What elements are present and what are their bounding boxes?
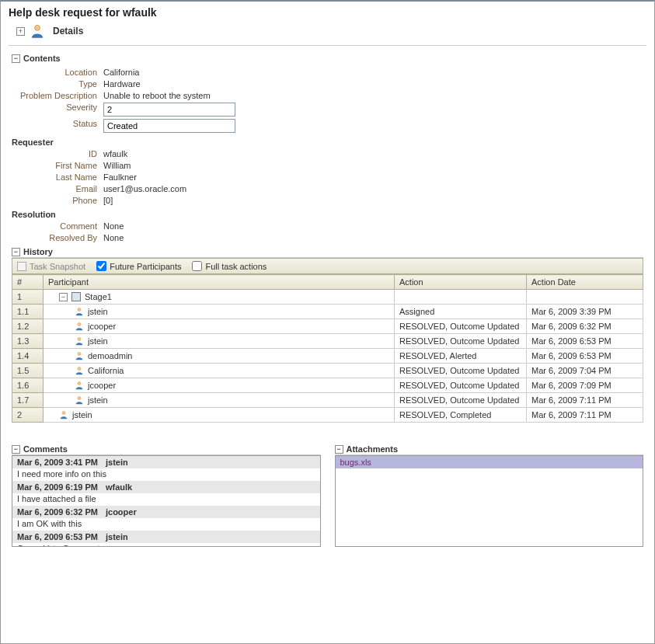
person-icon	[75, 381, 84, 390]
contents-header: − Contents	[12, 54, 643, 63]
table-row[interactable]: 2jsteinRESOLVED, CompletedMar 6, 2009 7:…	[12, 408, 643, 423]
action-cell	[395, 290, 527, 305]
id-value: wfaulk	[103, 149, 643, 158]
table-row[interactable]: 1.7jsteinRESOLVED, Outcome UpdatedMar 6,…	[12, 393, 643, 408]
participant-name: jstein	[88, 395, 108, 405]
task-snapshot-button[interactable]: Task Snapshot	[17, 262, 85, 271]
first-name-label: First Name	[12, 161, 97, 170]
person-icon	[75, 395, 84, 405]
comment-label: Comment	[12, 221, 97, 231]
attachments-section: − Attachments bugs.xls	[335, 444, 644, 547]
table-row[interactable]: 1.6jcooperRESOLVED, Outcome UpdatedMar 6…	[12, 378, 643, 393]
task-snapshot-label: Task Snapshot	[30, 262, 85, 271]
comment-body: I need more info on this	[12, 468, 320, 481]
participant-cell: jstein	[44, 334, 395, 349]
participant-cell: jstein	[44, 408, 395, 423]
comments-scroll[interactable]: Mar 6, 2009 3:41 PMjsteinI need more inf…	[12, 456, 320, 546]
comment-date: Mar 6, 2009 3:41 PM	[17, 458, 98, 467]
comment-header: Mar 6, 2009 3:41 PMjstein	[12, 456, 320, 468]
last-name-label: Last Name	[12, 172, 97, 182]
table-row[interactable]: 1.4demoadminRESOLVED, AlertedMar 6, 2009…	[12, 349, 643, 364]
participant-name: jcooper	[88, 322, 116, 331]
future-participants-check[interactable]: Future Participants	[96, 261, 181, 271]
comment-user: jstein	[106, 532, 128, 541]
problem-label: Problem Description	[12, 91, 97, 100]
attachments-box: bugs.xls	[335, 455, 644, 547]
row-number: 1	[12, 290, 44, 305]
action-cell: RESOLVED, Alerted	[395, 349, 527, 364]
comments-header: − Comments	[12, 444, 321, 455]
history-collapse-toggle[interactable]: −	[12, 248, 20, 256]
attachments-collapse-toggle[interactable]: −	[335, 445, 343, 454]
row-number: 1.1	[12, 305, 44, 319]
comment-header: Mar 6, 2009 6:32 PMjcooper	[12, 506, 320, 518]
participant-cell: jstein	[44, 305, 395, 319]
attachments-header-label: Attachments	[347, 444, 399, 454]
history-table: # Participant Action Action Date 1−Stage…	[12, 274, 643, 423]
comments-collapse-toggle[interactable]: −	[12, 445, 20, 454]
comment-body: Group Vote Comment	[12, 543, 320, 546]
action-cell: RESOLVED, Outcome Updated	[395, 364, 527, 378]
participant-cell: jcooper	[44, 319, 395, 334]
details-label: Details	[53, 26, 83, 37]
attachment-item[interactable]: bugs.xls	[336, 456, 643, 468]
details-expand-toggle[interactable]: +	[16, 27, 25, 36]
stage-collapse-toggle[interactable]: −	[59, 293, 68, 301]
history-toolbar: Task Snapshot Future Participants Full t…	[12, 258, 643, 274]
person-icon	[75, 307, 84, 316]
full-task-actions-check[interactable]: Full task actions	[192, 261, 267, 271]
future-participants-checkbox[interactable]	[96, 261, 106, 271]
participant-cell: California	[44, 364, 395, 378]
comment-date: Mar 6, 2009 6:19 PM	[17, 482, 98, 492]
action-date-cell: Mar 6, 2009 6:32 PM	[527, 319, 643, 334]
action-date-cell: Mar 6, 2009 7:11 PM	[527, 408, 643, 423]
table-row[interactable]: 1.1jsteinAssignedMar 6, 2009 3:39 PM	[12, 305, 643, 319]
table-row[interactable]: 1.5CaliforniaRESOLVED, Outcome UpdatedMa…	[12, 364, 643, 378]
comments-box: Mar 6, 2009 3:41 PMjsteinI need more inf…	[12, 455, 321, 547]
action-date-cell: Mar 6, 2009 6:53 PM	[527, 349, 643, 364]
history-section: − History Task Snapshot Future Participa…	[12, 247, 643, 423]
participant-name: jstein	[72, 410, 92, 419]
status-input[interactable]	[103, 119, 235, 133]
status-label: Status	[12, 119, 97, 133]
table-row[interactable]: 1.3jsteinRESOLVED, Outcome UpdatedMar 6,…	[12, 334, 643, 349]
table-row[interactable]: 1.2jcooperRESOLVED, Outcome UpdatedMar 6…	[12, 319, 643, 334]
email-value: user1@us.oracle.com	[103, 184, 643, 193]
action-cell: Assigned	[395, 305, 527, 319]
row-number: 1.4	[12, 349, 44, 364]
action-cell: RESOLVED, Completed	[395, 408, 527, 423]
action-date-cell: Mar 6, 2009 7:09 PM	[527, 378, 643, 393]
severity-input[interactable]	[103, 103, 235, 117]
first-name-value: William	[103, 161, 643, 170]
row-number: 1.6	[12, 378, 44, 393]
col-num[interactable]: #	[12, 275, 44, 290]
email-label: Email	[12, 184, 97, 193]
severity-label: Severity	[12, 103, 97, 117]
participant-name: jcooper	[88, 381, 116, 390]
comment-user: jstein	[106, 458, 128, 467]
comment-header: Mar 6, 2009 6:53 PMjstein	[12, 531, 320, 543]
person-icon	[75, 322, 84, 331]
action-cell: RESOLVED, Outcome Updated	[395, 393, 527, 408]
type-value: Hardware	[103, 79, 643, 89]
action-date-cell: Mar 6, 2009 7:04 PM	[527, 364, 643, 378]
person-icon	[75, 351, 84, 360]
table-row[interactable]: 1−Stage1	[12, 290, 643, 305]
col-action[interactable]: Action	[395, 275, 527, 290]
col-action-date[interactable]: Action Date	[527, 275, 643, 290]
resolution-header: Resolution	[12, 210, 643, 219]
participant-name: jstein	[88, 307, 108, 316]
comment-user: jcooper	[106, 507, 137, 517]
history-header-label: History	[23, 247, 53, 256]
full-task-actions-checkbox[interactable]	[192, 261, 202, 271]
contents-collapse-toggle[interactable]: −	[12, 54, 20, 63]
contents-header-label: Contents	[23, 54, 61, 63]
participant-cell: demoadmin	[44, 349, 395, 364]
comment-body: I am OK with this	[12, 518, 320, 531]
problem-value: Unable to reboot the system	[103, 91, 643, 100]
person-icon	[75, 366, 84, 375]
comment-user: wfaulk	[106, 482, 132, 492]
col-participant[interactable]: Participant	[44, 275, 395, 290]
row-number: 2	[12, 408, 44, 423]
row-number: 1.2	[12, 319, 44, 334]
